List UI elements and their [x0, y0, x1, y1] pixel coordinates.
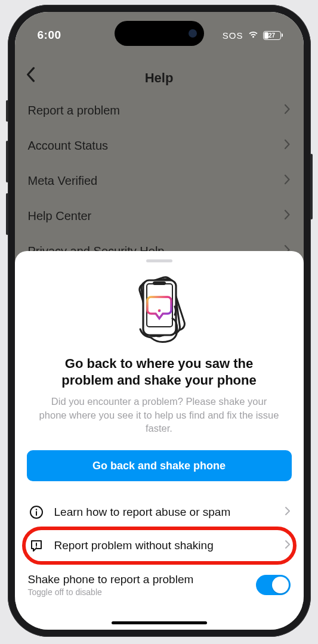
option-label: Report problem without shaking [54, 539, 275, 552]
sos-indicator: SOS [223, 30, 243, 41]
svg-point-11 [36, 547, 37, 548]
silence-switch [6, 100, 8, 122]
menu-item-report-problem[interactable]: Report a problem [15, 93, 304, 128]
dynamic-island [115, 21, 204, 46]
menu-item-label: Account Status [28, 139, 109, 153]
menu-item-help-center[interactable]: Help Center [15, 199, 304, 234]
chevron-right-icon [284, 139, 291, 153]
menu-item-label: Meta Verified [28, 174, 98, 188]
help-menu-list: Report a problem Account Status Meta Ver… [15, 93, 304, 269]
status-time: 6:00 [38, 29, 61, 42]
chevron-right-icon [285, 506, 291, 518]
sheet-subtitle: Did you encounter a problem? Please shak… [27, 389, 292, 435]
sheet-title: Go back to where you saw the problem and… [27, 355, 292, 389]
shake-toggle-switch[interactable] [256, 575, 291, 595]
home-indicator[interactable] [112, 621, 207, 624]
chevron-right-icon [284, 209, 291, 223]
option-report-without-shaking[interactable]: Report problem without shaking [27, 529, 292, 562]
chevron-right-icon [284, 104, 291, 117]
option-learn-report-abuse[interactable]: Learn how to report abuse or spam [27, 496, 292, 529]
go-back-shake-button[interactable]: Go back and shake phone [27, 450, 292, 481]
switch-knob [272, 577, 289, 593]
battery-percent: 27 [268, 32, 275, 39]
chevron-right-icon [285, 540, 291, 552]
power-button [310, 154, 313, 219]
back-button[interactable] [26, 67, 35, 85]
svg-point-6 [158, 309, 160, 312]
toggle-subtitle: Toggle off to disable [28, 587, 194, 597]
report-problem-sheet: Go back to where you saw the problem and… [15, 251, 304, 630]
shake-phone-illustration [27, 273, 292, 345]
volume-up-button [6, 141, 8, 182]
sheet-options: Learn how to report abuse or spam Report… [27, 496, 292, 562]
option-label: Learn how to report abuse or spam [54, 506, 275, 519]
battery-indicator: 27 [263, 31, 281, 40]
shake-toggle-row: Shake phone to report a problem Toggle o… [27, 569, 292, 597]
menu-item-label: Report a problem [28, 104, 121, 117]
wifi-icon [248, 30, 259, 41]
svg-rect-4 [153, 281, 166, 285]
menu-item-meta-verified[interactable]: Meta Verified [15, 163, 304, 199]
toggle-title: Shake phone to report a problem [28, 573, 194, 586]
front-camera [189, 29, 197, 38]
phone-frame: 6:00 SOS 27 [8, 5, 311, 637]
svg-point-8 [35, 509, 36, 510]
page-title: Help [15, 70, 304, 86]
sheet-grabber[interactable] [146, 259, 172, 262]
report-icon [28, 538, 45, 553]
menu-item-account-status[interactable]: Account Status [15, 128, 304, 163]
chevron-right-icon [284, 174, 291, 188]
volume-down-button [6, 193, 8, 235]
phone-screen: 6:00 SOS 27 [15, 12, 304, 630]
menu-item-label: Help Center [28, 209, 92, 223]
info-icon [28, 505, 45, 519]
